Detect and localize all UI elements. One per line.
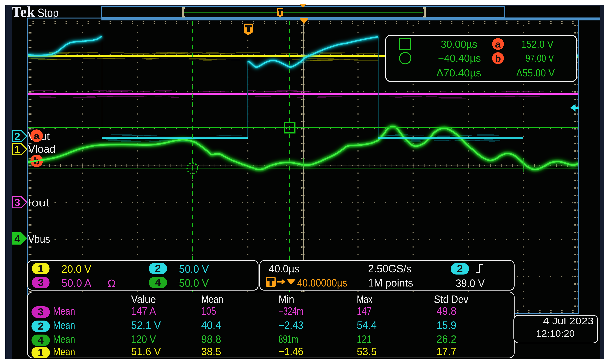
svg-text:1M points: 1M points bbox=[368, 277, 413, 289]
svg-text:891m: 891m bbox=[279, 333, 298, 345]
svg-text:Mean: Mean bbox=[53, 333, 75, 345]
svg-text:51.6 V: 51.6 V bbox=[131, 345, 161, 357]
svg-text:a: a bbox=[34, 130, 40, 141]
svg-text:Δ70.40µs: Δ70.40µs bbox=[436, 67, 481, 79]
svg-text:4: 4 bbox=[155, 276, 161, 288]
svg-text:3: 3 bbox=[38, 276, 44, 288]
svg-text:Max: Max bbox=[357, 293, 372, 305]
svg-text:40.00000µs: 40.00000µs bbox=[297, 277, 347, 289]
svg-text:Ω: Ω bbox=[107, 277, 116, 289]
svg-text:4: 4 bbox=[14, 233, 20, 244]
svg-text:−40.40µs: −40.40µs bbox=[438, 52, 481, 64]
svg-text:Std Dev: Std Dev bbox=[434, 293, 468, 305]
svg-text:50.0 V: 50.0 V bbox=[179, 263, 209, 275]
svg-text:Mean: Mean bbox=[53, 305, 75, 317]
svg-text:98.8: 98.8 bbox=[201, 333, 221, 345]
svg-text:3: 3 bbox=[14, 197, 20, 208]
svg-text:Vload: Vload bbox=[28, 143, 56, 155]
svg-text:1: 1 bbox=[38, 347, 44, 358]
svg-text:4: 4 bbox=[38, 334, 44, 346]
svg-text:26.2: 26.2 bbox=[437, 333, 456, 345]
svg-text:120 V: 120 V bbox=[131, 333, 156, 345]
svg-text:1: 1 bbox=[38, 262, 44, 274]
svg-text:152.0 V: 152.0 V bbox=[521, 38, 554, 50]
svg-text:49.8: 49.8 bbox=[437, 305, 456, 317]
svg-text:Δ55.00 V: Δ55.00 V bbox=[516, 67, 555, 79]
svg-text:40.4: 40.4 bbox=[201, 319, 221, 331]
svg-text:2: 2 bbox=[38, 320, 44, 332]
svg-text:20.0 V: 20.0 V bbox=[62, 263, 91, 275]
svg-text:12:10:20: 12:10:20 bbox=[536, 328, 575, 339]
svg-text:50.0 V: 50.0 V bbox=[179, 277, 209, 289]
svg-text:50.0 A: 50.0 A bbox=[62, 277, 91, 289]
svg-text:2: 2 bbox=[457, 263, 463, 274]
svg-text:−2.43: −2.43 bbox=[279, 319, 303, 331]
svg-text:Iout: Iout bbox=[28, 196, 49, 209]
svg-text:b: b bbox=[495, 53, 501, 64]
svg-text:15.9: 15.9 bbox=[437, 319, 456, 331]
svg-text:39.0 V: 39.0 V bbox=[456, 277, 485, 289]
svg-text:Mean: Mean bbox=[53, 345, 75, 357]
svg-text:53.5: 53.5 bbox=[357, 345, 377, 357]
svg-text:−1.46: −1.46 bbox=[279, 345, 303, 357]
svg-text:40.0µs: 40.0µs bbox=[269, 262, 299, 274]
svg-text:a: a bbox=[495, 39, 501, 50]
svg-text:Mean: Mean bbox=[53, 319, 75, 331]
svg-text:2: 2 bbox=[155, 262, 161, 274]
svg-text:1: 1 bbox=[14, 144, 20, 155]
svg-text:Mean: Mean bbox=[201, 293, 223, 305]
svg-text:30.00µs: 30.00µs bbox=[441, 38, 477, 50]
svg-text:3: 3 bbox=[38, 306, 44, 318]
svg-text:−324m: −324m bbox=[279, 305, 303, 317]
svg-text:52.1 V: 52.1 V bbox=[131, 319, 161, 331]
svg-text:97.00 V: 97.00 V bbox=[526, 52, 554, 64]
svg-text:147: 147 bbox=[357, 305, 372, 317]
svg-text:54.4: 54.4 bbox=[357, 319, 377, 331]
svg-text:Value: Value bbox=[131, 293, 156, 305]
svg-text:Vbus: Vbus bbox=[28, 233, 50, 245]
svg-text:Min: Min bbox=[279, 293, 294, 305]
svg-text:105: 105 bbox=[201, 305, 216, 317]
svg-text:Stop: Stop bbox=[38, 6, 59, 20]
svg-text:147 A: 147 A bbox=[131, 305, 156, 317]
svg-text:121: 121 bbox=[357, 333, 372, 345]
svg-text:2: 2 bbox=[14, 131, 20, 142]
svg-text:2.50GS/s: 2.50GS/s bbox=[368, 262, 412, 274]
svg-text:17.7: 17.7 bbox=[437, 345, 456, 357]
svg-text:38.5: 38.5 bbox=[201, 345, 221, 357]
svg-text:4 Jul 2023: 4 Jul 2023 bbox=[543, 316, 594, 326]
